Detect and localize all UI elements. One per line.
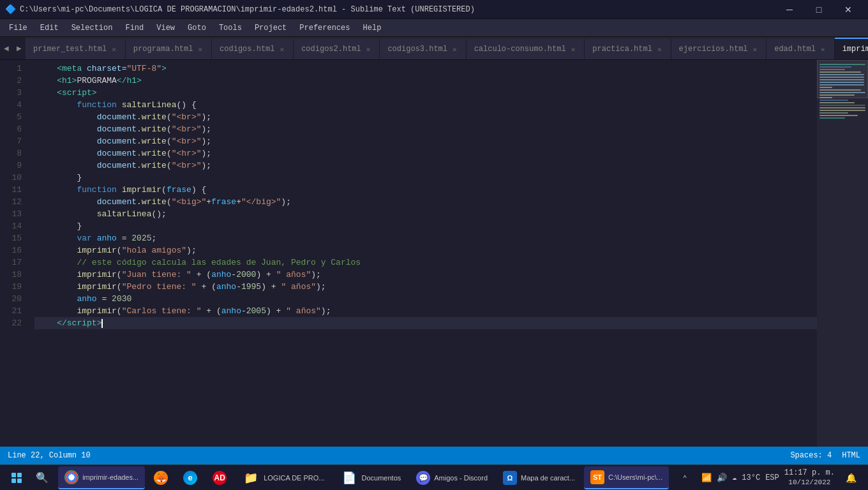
tab-nav-left[interactable]: ◀ [0, 37, 13, 59]
status-right: Spaces: 4 HTML [790, 451, 860, 460]
menu-file[interactable]: File [3, 21, 34, 35]
status-spaces[interactable]: Spaces: 4 [790, 451, 832, 460]
tray-network-icon[interactable]: 📶 [701, 473, 712, 483]
svg-rect-16 [819, 105, 865, 106]
minimap [817, 60, 868, 447]
start-button[interactable] [5, 466, 28, 489]
tab-close-edad[interactable]: ✕ [819, 45, 827, 54]
tab-calculo-consumo[interactable]: calculo-consumo.html ✕ [467, 39, 585, 59]
weather-icon[interactable]: ☁ [732, 473, 737, 482]
menu-project[interactable]: Project [248, 21, 293, 35]
tray-icons-button[interactable]: ^ [673, 466, 696, 489]
taskbar-explorer[interactable]: 📁 LOGICA DE PRO... [236, 466, 331, 489]
taskbar-mapchars[interactable]: Ω Mapa de caract... [497, 466, 581, 489]
minimize-button[interactable]: ─ [775, 0, 804, 19]
code-line-4: function saltarLinea() { [34, 99, 817, 111]
svg-rect-5 [819, 77, 864, 78]
clock[interactable]: 11:17 p. m. 10/12/2022 [784, 468, 835, 487]
code-line-2: <h1>PROGRAMA</h1> [34, 75, 817, 87]
status-bar: Line 22, Column 10 Spaces: 4 HTML [0, 447, 868, 464]
taskbar-left: 🔍 [5, 466, 54, 489]
title-bar-left: 🔷 C:\Users\mi-pc\Documents\LOGICA DE PRO… [5, 4, 475, 15]
svg-rect-7 [819, 82, 864, 83]
tab-close-programa[interactable]: ✕ [197, 45, 204, 54]
code-line-9: document.write("<br>"); [34, 160, 817, 172]
explorer-label: LOGICA DE PRO... [264, 474, 324, 482]
menu-preferences[interactable]: Preferences [293, 21, 356, 35]
taskbar-sublime[interactable]: ST C:\Users\mi-pc\... [584, 466, 669, 489]
svg-rect-15 [819, 102, 855, 103]
tab-nav-right[interactable]: ▶ [13, 37, 26, 59]
discord-icon: 💬 [416, 471, 430, 485]
tab-close-primer-test[interactable]: ✕ [110, 45, 117, 54]
search-button[interactable]: 🔍 [31, 466, 54, 489]
windows-logo-icon [11, 473, 22, 483]
code-line-22: </script> [34, 317, 817, 329]
status-encoding[interactable]: HTML [842, 451, 860, 460]
tab-imprimir-edades2[interactable]: imprimir-edades2.html ✕ [835, 38, 868, 59]
svg-rect-17 [819, 107, 865, 108]
svg-rect-9 [819, 87, 832, 88]
tab-codigos[interactable]: codigos.html ✕ [212, 39, 294, 59]
svg-rect-14 [819, 100, 848, 101]
status-line-col[interactable]: Line 22, Column 10 [8, 451, 91, 460]
menu-goto[interactable]: Goto [181, 21, 213, 35]
menu-help[interactable]: Help [357, 21, 388, 35]
taskbar-right: ^ 📶 🔊 ☁ 13°C ESP 11:17 p. m. 10/12/2022 … [673, 466, 863, 489]
tab-programa[interactable]: programa.html ✕ [126, 39, 212, 59]
menu-edit[interactable]: Edit [34, 21, 65, 35]
tray-volume-icon[interactable]: 🔊 [717, 473, 727, 483]
tab-close-codigos3[interactable]: ✕ [451, 45, 458, 54]
svg-rect-6 [819, 79, 864, 80]
svg-rect-18 [819, 110, 865, 111]
notifications-button[interactable]: 🔔 [840, 466, 863, 489]
code-line-21: imprimir("Carlos tiene: " + (anho-2005) … [34, 305, 817, 317]
line-numbers: 12345 678910 1112131415 1617181920 2122 [0, 60, 27, 447]
code-line-6: document.write("<br>"); [34, 123, 817, 135]
edge-icon: e [183, 471, 197, 485]
taskbar-discord[interactable]: 💬 Amigos - Discord [410, 466, 494, 489]
menu-selection[interactable]: Selection [65, 21, 119, 35]
menu-tools[interactable]: Tools [213, 21, 248, 35]
svg-rect-11 [819, 92, 865, 93]
taskbar-anydesk[interactable]: AD [206, 466, 233, 489]
app-icon-small: 🔷 [5, 4, 16, 15]
tab-codigos3[interactable]: codigos3.html ✕ [380, 39, 466, 59]
tab-close-calculo[interactable]: ✕ [570, 45, 577, 54]
code-line-14: } [34, 220, 817, 232]
tab-close-ejercicios[interactable]: ✕ [752, 45, 759, 54]
taskbar-edge[interactable]: e [177, 466, 204, 489]
language-display[interactable]: ESP [765, 473, 779, 482]
tab-practica[interactable]: practica.html ✕ [585, 39, 671, 59]
taskbar-firefox[interactable]: 🦊 [147, 466, 174, 489]
code-line-5: document.write("<br>"); [34, 111, 817, 123]
tab-codigos2[interactable]: codigos2.html ✕ [294, 39, 380, 59]
date-display: 10/12/2022 [784, 478, 835, 487]
chrome-label: imprimir-edades... [82, 473, 138, 481]
svg-rect-10 [819, 89, 861, 91]
code-line-1: <meta charset="UTF-8"> [34, 63, 817, 75]
svg-rect-19 [819, 112, 848, 114]
tab-close-practica[interactable]: ✕ [656, 45, 663, 54]
menu-find[interactable]: Find [119, 21, 150, 35]
anydesk-icon: AD [213, 471, 227, 485]
tab-close-codigos[interactable]: ✕ [279, 45, 286, 54]
taskbar-chrome[interactable]: imprimir-edades... [58, 466, 145, 489]
code-line-16: imprimir("hola amigos"); [34, 244, 817, 256]
code-area[interactable]: <meta charset="UTF-8"> <h1>PROGRAMA</h1>… [27, 60, 817, 447]
code-line-18: imprimir("Juan tiene: " + (anho-2000) + … [34, 269, 817, 281]
tab-primer-test[interactable]: primer_test.html ✕ [26, 39, 126, 59]
menu-view[interactable]: View [150, 21, 181, 35]
maximize-button[interactable]: □ [804, 0, 834, 19]
tab-close-codigos2[interactable]: ✕ [365, 45, 372, 54]
svg-rect-0 [819, 64, 865, 65]
close-button[interactable]: ✕ [834, 0, 863, 19]
taskbar-docs[interactable]: 📄 Documentos [334, 466, 408, 489]
explorer-icon: 📁 [242, 469, 260, 487]
code-line-3: <script> [34, 87, 817, 99]
discord-label: Amigos - Discord [434, 474, 488, 482]
tab-edad[interactable]: edad.html ✕ [767, 39, 834, 59]
tab-ejercicios[interactable]: ejercicios.html ✕ [671, 39, 767, 59]
svg-rect-20 [819, 115, 858, 116]
code-line-12: document.write("<big>"+frase+"</big>"); [34, 196, 817, 208]
